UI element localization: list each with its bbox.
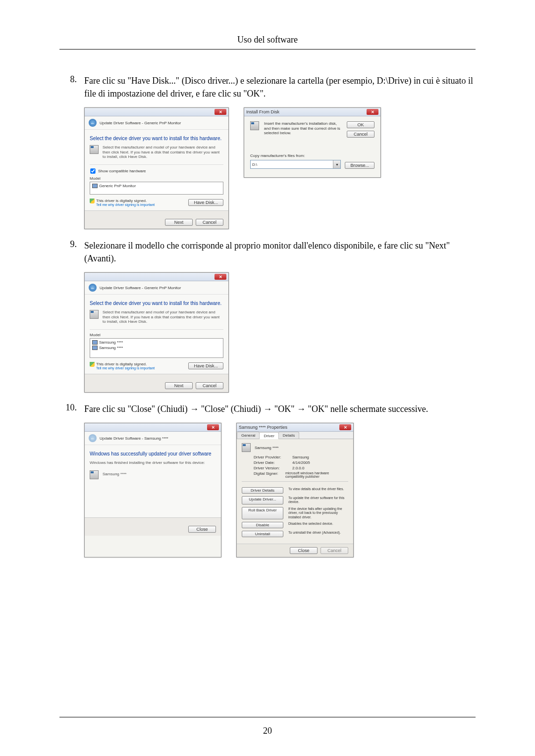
monitor-icon	[92, 346, 98, 350]
wizard-select-model: ✕ ← Update Driver Software - Generic PnP…	[84, 272, 229, 393]
cancel-button[interactable]: Cancel	[196, 382, 223, 389]
window-title: Install From Disk	[246, 109, 279, 114]
close-icon[interactable]: ✕	[214, 109, 226, 115]
next-button[interactable]: Next	[165, 219, 193, 226]
wizard-instruction: Select the manufacturer and model of you…	[103, 310, 223, 324]
disk-icon	[90, 145, 99, 154]
list-item[interactable]: Samsung ****	[92, 340, 221, 345]
step-number: 10.	[59, 403, 84, 557]
have-disk-button[interactable]: Have Disk...	[188, 362, 223, 369]
wizard-heading: Select the device driver you want to ins…	[90, 136, 223, 141]
cancel-button[interactable]: Cancel	[347, 131, 374, 138]
shield-icon	[90, 199, 95, 203]
cancel-button: Cancel	[321, 547, 348, 554]
close-icon[interactable]: ✕	[214, 274, 226, 280]
signing-link[interactable]: Tell me why driver signing is important	[96, 366, 155, 370]
step-10: 10. Fare clic su "Close" (Chiudi) → "Clo…	[59, 403, 476, 557]
device-icon	[90, 470, 99, 479]
close-icon[interactable]: ✕	[367, 109, 378, 115]
header-rule	[59, 49, 476, 50]
breadcrumb-bar: ← Update Driver Software - Samsung ****	[85, 432, 221, 445]
tab-driver[interactable]: Driver	[259, 432, 278, 439]
wizard-subtext: Windows has finished installing the driv…	[90, 460, 216, 465]
page-header-title: Uso del software	[59, 35, 476, 45]
back-arrow-icon[interactable]: ←	[89, 284, 97, 292]
step-8: 8. Fare clic su "Have Disk..." (Disco dr…	[59, 74, 476, 229]
cancel-button[interactable]: Cancel	[196, 219, 223, 226]
footer-rule	[59, 717, 476, 717]
titlebar: Install From Disk ✕	[244, 108, 380, 116]
tab-details[interactable]: Details	[278, 432, 299, 439]
chevron-down-icon[interactable]: ▼	[333, 160, 340, 168]
device-name: Samsung ****	[255, 446, 278, 450]
properties-dialog: Samsung **** Properties ✕ General Driver…	[236, 423, 354, 557]
step-9: 9. Selezionare il modello che corrispond…	[59, 239, 476, 393]
breadcrumb-text: Update Driver Software - Samsung ****	[100, 436, 168, 441]
window-title: Samsung **** Properties	[239, 425, 287, 430]
next-button[interactable]: Next	[165, 382, 193, 389]
update-driver-button[interactable]: Update Driver...	[242, 496, 283, 504]
wizard-select-driver: ✕ ← Update Driver Software - Generic PnP…	[84, 107, 229, 229]
show-compatible-checkbox[interactable]: Show compatible hardware	[90, 168, 223, 174]
wizard-heading: Select the device driver you want to ins…	[90, 301, 223, 306]
ifd-message: Insert the manufacturer's installation d…	[264, 121, 342, 136]
tabs-bar: General Driver Details	[237, 432, 353, 439]
list-item[interactable]: Generic PnP Monitor	[92, 183, 221, 189]
breadcrumb-text: Update Driver Software - Generic PnP Mon…	[100, 286, 181, 290]
device-icon	[242, 443, 251, 452]
step-text: Fare clic su "Have Disk..." (Disco drive…	[84, 74, 476, 100]
rollback-driver-button[interactable]: Roll Back Driver	[242, 507, 283, 519]
titlebar: ✕	[85, 423, 221, 432]
titlebar: ✕	[85, 273, 228, 281]
model-list-label: Model	[90, 176, 223, 181]
wizard-success: ✕ ← Update Driver Software - Samsung ***…	[84, 423, 221, 557]
close-icon[interactable]: ✕	[339, 424, 351, 430]
signed-text: This driver is digitally signed.	[96, 199, 155, 203]
breadcrumb-bar: ← Update Driver Software - Generic PnP M…	[85, 116, 228, 130]
monitor-icon	[92, 184, 98, 188]
ok-button[interactable]: OK	[347, 121, 374, 128]
install-from-disk-dialog: Install From Disk ✕ Insert the manufactu…	[244, 107, 381, 178]
back-arrow-icon: ←	[89, 434, 97, 442]
checkbox-label: Show compatible hardware	[98, 169, 146, 173]
signed-text: This driver is digitally signed.	[96, 362, 155, 366]
path-input[interactable]: D:\	[251, 160, 333, 168]
tab-general[interactable]: General	[237, 432, 260, 439]
copy-from-label: Copy manufacturer's files from:	[250, 153, 374, 158]
disable-button[interactable]: Disable	[242, 522, 283, 528]
step-number: 9.	[59, 239, 84, 393]
device-name: Samsung ****	[103, 470, 126, 479]
close-button[interactable]: Close	[290, 547, 318, 554]
browse-button[interactable]: Browse...	[345, 162, 374, 169]
step-text: Selezionare il modello che corrisponde a…	[84, 239, 476, 265]
document-page: Uso del software 8. Fare clic su "Have D…	[0, 0, 535, 756]
shield-icon	[90, 362, 95, 367]
list-item[interactable]: Samsung ****	[92, 345, 221, 351]
uninstall-button[interactable]: Uninstall	[242, 531, 283, 537]
path-combo[interactable]: D:\ ▼	[250, 160, 341, 169]
step-text: Fare clic su "Close" (Chiudi) → "Close" …	[84, 403, 476, 415]
wizard-heading: Windows has successfully updated your dr…	[90, 451, 216, 456]
wizard-instruction: Select the manufacturer and model of you…	[103, 145, 223, 159]
checkbox-input[interactable]	[90, 168, 95, 173]
titlebar: ✕	[85, 108, 228, 116]
disk-icon	[90, 310, 99, 319]
page-number: 20	[0, 726, 535, 736]
monitor-icon	[92, 340, 98, 345]
close-button[interactable]: Close	[188, 526, 216, 533]
have-disk-button[interactable]: Have Disk...	[188, 199, 223, 206]
breadcrumb-text: Update Driver Software - Generic PnP Mon…	[100, 121, 181, 125]
step-number: 8.	[59, 74, 84, 229]
driver-details-button[interactable]: Driver Details	[242, 487, 283, 494]
model-listbox[interactable]: Generic PnP Monitor	[90, 182, 223, 195]
model-list-label: Model	[90, 333, 223, 337]
signing-link[interactable]: Tell me why driver signing is important	[96, 203, 155, 206]
model-listbox[interactable]: Samsung **** Samsung ****	[90, 338, 223, 358]
disk-icon	[250, 121, 259, 130]
titlebar: Samsung **** Properties ✕	[237, 423, 353, 432]
breadcrumb-bar: ← Update Driver Software - Generic PnP M…	[85, 281, 228, 295]
instruction-list: 8. Fare clic su "Have Disk..." (Disco dr…	[59, 74, 476, 557]
close-icon[interactable]: ✕	[207, 424, 219, 430]
back-arrow-icon[interactable]: ←	[89, 119, 97, 127]
